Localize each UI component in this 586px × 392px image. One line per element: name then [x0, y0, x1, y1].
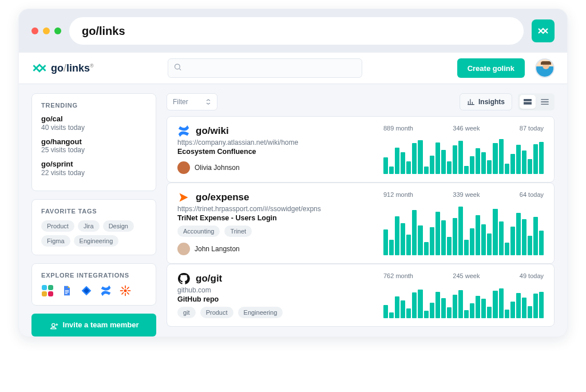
tag-chip[interactable]: Product	[200, 307, 233, 318]
url-text: go/links	[82, 25, 125, 38]
usage-chart	[383, 204, 544, 255]
owner-name: Olivia Johnson	[195, 164, 240, 172]
list-toolbar: Filter Insights	[167, 93, 555, 110]
usage-stats: 762 month 245 week 49 today	[383, 272, 544, 279]
svg-rect-9	[126, 287, 129, 290]
trending-item-subtitle: 25 visits today	[41, 146, 146, 154]
golink-description: GitHub repo	[177, 295, 374, 303]
stat-week: 339 week	[453, 191, 480, 198]
trending-item-title: go/sprint	[41, 160, 146, 169]
browser-chrome: go/links	[19, 9, 567, 53]
search-input[interactable]	[168, 58, 362, 78]
golink-title: go/expense	[196, 192, 250, 203]
trending-item-title: go/cal	[41, 114, 146, 124]
jira-icon[interactable]	[80, 284, 93, 297]
trending-title: TRENDING	[41, 102, 146, 109]
slack-icon[interactable]	[41, 284, 54, 297]
main-area: TRENDING go/cal 40 visits todaygo/hangou…	[19, 84, 567, 336]
search-input-wrapper	[168, 58, 362, 78]
trending-item[interactable]: go/sprint 22 visits today	[41, 160, 146, 177]
confluence-icon	[177, 125, 190, 137]
confluence-icon[interactable]	[100, 284, 112, 297]
svg-rect-7	[120, 290, 123, 291]
stat-month: 889 month	[383, 125, 413, 132]
tag-chip[interactable]: Engineering	[238, 307, 283, 318]
app-header: go/links® Create golink	[19, 53, 567, 84]
insights-button[interactable]: Insights	[460, 93, 512, 110]
usage-stats: 889 month 346 week 87 today	[383, 125, 544, 132]
content-list: Filter Insights	[167, 93, 555, 336]
tag-chip[interactable]: Product	[41, 220, 74, 232]
owner-row: John Langston	[177, 243, 374, 255]
integrations-title: EXPLORE INTEGRATIONS	[41, 272, 146, 279]
golink-url: https://trinet.hrpassport.com/#/ssowidge…	[177, 205, 374, 213]
invite-button-label: Invite a team member	[63, 320, 139, 329]
golink-description: Ecosystem Confluence	[177, 148, 374, 156]
url-bar[interactable]: go/links	[69, 17, 524, 45]
view-list-button[interactable]	[537, 95, 553, 109]
svg-rect-12	[126, 292, 129, 295]
zapier-icon[interactable]	[119, 284, 132, 297]
tag-chip[interactable]: Accounting	[177, 225, 220, 237]
trending-item[interactable]: go/hangout 25 visits today	[41, 137, 146, 155]
golink-card[interactable]: go/expensehttps://trinet.hrpassport.com/…	[167, 183, 555, 264]
trending-item[interactable]: go/cal 40 visits today	[41, 114, 146, 132]
chevron-updown-icon	[205, 99, 211, 105]
owner-row: Olivia Johnson	[177, 161, 374, 174]
app-window: go/links go/links® Create golink TREND	[18, 9, 568, 337]
golink-card[interactable]: go/wikihttps://company.atlassian.net/wik…	[167, 116, 555, 183]
close-icon[interactable]	[31, 27, 38, 34]
create-golink-button[interactable]: Create golink	[457, 58, 525, 78]
minimize-icon[interactable]	[43, 27, 50, 34]
tag-chip[interactable]: Figma	[41, 235, 70, 247]
owner-avatar	[177, 161, 190, 174]
stat-today: 64 today	[520, 191, 544, 198]
trending-item-subtitle: 22 visits today	[41, 169, 146, 177]
maximize-icon[interactable]	[54, 27, 61, 34]
svg-rect-2	[65, 291, 69, 292]
tag-chip[interactable]: Engineering	[74, 235, 119, 247]
golink-card[interactable]: go/gitgithub.comGitHub repogitProductEng…	[167, 264, 555, 327]
tag-chip[interactable]: git	[177, 307, 196, 318]
svg-rect-5	[125, 286, 126, 288]
golink-url: https://company.atlassian.net/wiki/home	[177, 138, 374, 146]
trending-card: TRENDING go/cal 40 visits todaygo/hangou…	[31, 93, 156, 191]
expense-icon	[177, 191, 190, 204]
stat-week: 346 week	[453, 125, 480, 132]
view-toggle	[518, 93, 555, 110]
tag-chip[interactable]: Trinet	[224, 225, 252, 237]
sidebar: TRENDING go/cal 40 visits todaygo/hangou…	[31, 93, 156, 336]
svg-rect-6	[125, 293, 126, 296]
favorite-tags-title: FAVORITE TAGS	[41, 208, 146, 215]
invite-team-member-button[interactable]: Invite a team member	[31, 314, 156, 336]
svg-point-0	[175, 64, 180, 69]
stat-month: 912 month	[383, 191, 413, 198]
filter-button[interactable]: Filter	[167, 93, 217, 110]
tag-chip[interactable]: Design	[103, 220, 134, 232]
svg-rect-8	[128, 290, 130, 291]
view-card-button[interactable]	[520, 95, 536, 109]
google-docs-icon[interactable]	[61, 284, 73, 297]
stat-month: 762 month	[383, 272, 413, 279]
window-controls	[31, 27, 61, 34]
logo-text: go/links®	[51, 62, 94, 74]
svg-rect-10	[121, 292, 124, 295]
favorite-tags-card: FAVORITE TAGS ProductJiraDesignFigmaEngi…	[31, 199, 156, 255]
integrations-card: EXPLORE INTEGRATIONS	[31, 263, 156, 306]
golinks-extension-icon[interactable]	[532, 19, 555, 42]
logo[interactable]: go/links®	[31, 60, 157, 76]
svg-point-4	[124, 289, 127, 292]
stat-today: 49 today	[520, 272, 544, 279]
svg-rect-1	[65, 290, 69, 291]
usage-chart	[383, 285, 544, 318]
golink-url: github.com	[177, 286, 374, 294]
tag-chip[interactable]: Jira	[78, 220, 100, 232]
golink-description: TriNet Expense - Users Login	[177, 214, 374, 222]
bar-chart-icon	[467, 98, 475, 106]
stat-week: 245 week	[453, 272, 480, 279]
user-avatar[interactable]	[535, 58, 555, 78]
stat-today: 87 today	[520, 125, 544, 132]
golink-title: go/wiki	[196, 125, 229, 137]
svg-rect-3	[65, 293, 68, 294]
search-icon	[173, 63, 182, 74]
